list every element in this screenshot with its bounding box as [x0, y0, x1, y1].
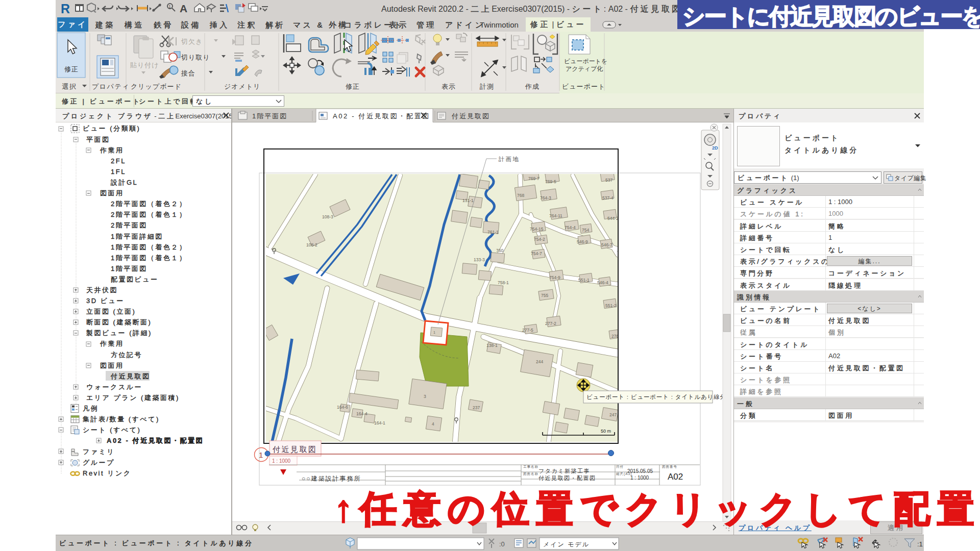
svg-text:2D: 2D: [712, 145, 718, 151]
svg-text:貼り付け: 貼り付け: [130, 61, 159, 69]
svg-text:A: A: [180, 3, 187, 14]
svg-text:A02: A02: [668, 472, 683, 482]
svg-text:2FL: 2FL: [111, 157, 126, 165]
svg-text:天井伏図: 天井伏図: [86, 286, 118, 294]
svg-text:244: 244: [536, 359, 543, 364]
svg-text:1階平面図（着色１）: 1階平面図（着色１）: [111, 254, 187, 262]
svg-text:切欠き: 切欠き: [181, 38, 203, 45]
svg-text:修正: 修正: [64, 65, 79, 73]
svg-text:A02 - 付近見取図・配置図: A02 - 付近見取図・配置図: [107, 437, 204, 444]
svg-text:付近見取図: 付近見取図: [110, 372, 151, 380]
svg-text:計画地: 計画地: [498, 156, 520, 162]
svg-text:3D ビュー: 3D ビュー: [86, 297, 125, 305]
svg-text:日付: 日付: [616, 465, 624, 469]
svg-text:ウォークスルー: ウォークスルー: [86, 383, 142, 391]
svg-text:546-7: 546-7: [601, 242, 612, 247]
svg-text:546-9: 546-9: [577, 239, 588, 244]
svg-text:A02 - 付近見取図・配置図: A02 - 付近見取図・配置図: [333, 112, 430, 120]
svg-text:付近見取図・配置図: 付近見取図・配置図: [538, 475, 596, 481]
svg-text:2階平面図: 2階平面図: [111, 221, 148, 229]
svg-text:754-4: 754-4: [565, 225, 576, 230]
svg-text::1: :1: [917, 540, 923, 548]
svg-text:アクティブ化: アクティブ化: [566, 65, 603, 72]
svg-text:クリップボード: クリップボード: [131, 83, 182, 90]
svg-text:ジオメトリ: ジオメトリ: [224, 83, 261, 90]
svg-text:108-3: 108-3: [322, 214, 333, 219]
svg-text:764-11: 764-11: [549, 213, 562, 218]
svg-text:131-1: 131-1: [462, 198, 474, 203]
svg-text:754-15: 754-15: [530, 227, 544, 232]
svg-text:シート (すべて): シート (すべて): [83, 426, 141, 434]
svg-text:作業用: 作業用: [100, 146, 124, 154]
svg-text:277-2: 277-2: [545, 321, 556, 326]
svg-text:付近見取図: 付近見取図: [451, 112, 490, 120]
svg-text:1: 1: [168, 4, 171, 9]
svg-text:769-5: 769-5: [545, 179, 556, 184]
svg-text:1: 1: [259, 450, 263, 459]
svg-text:761-1: 761-1: [487, 230, 499, 235]
svg-text:1階平面詳細図: 1階平面詳細図: [111, 233, 163, 240]
svg-text:立面図 (立面): 立面図 (立面): [86, 308, 136, 315]
svg-text:537-4: 537-4: [602, 195, 614, 201]
svg-text:R: R: [61, 2, 70, 16]
svg-text:1階平面図: 1階平面図: [111, 265, 148, 272]
svg-text:Revit リンク: Revit リンク: [83, 469, 132, 477]
svg-text:計測: 計測: [479, 83, 494, 90]
svg-text:758-1: 758-1: [498, 280, 509, 285]
svg-text:768: 768: [517, 193, 524, 198]
svg-text:769-7: 769-7: [528, 176, 540, 181]
svg-text:754-2: 754-2: [534, 237, 545, 242]
svg-text:133-3: 133-3: [474, 257, 485, 262]
svg-text:製図ビュー (詳細): 製図ビュー (詳細): [86, 329, 152, 337]
svg-text:138-1: 138-1: [486, 343, 498, 348]
svg-text:108-2: 108-2: [306, 242, 317, 247]
svg-text:546-4: 546-4: [597, 280, 608, 285]
svg-text:760: 760: [496, 248, 503, 253]
svg-text::0: :0: [499, 540, 505, 548]
svg-text:作成: 作成: [525, 83, 540, 90]
svg-text:1 : 1000: 1 : 1000: [272, 458, 291, 464]
svg-text:1階平面図（着色２）: 1階平面図（着色２）: [111, 243, 187, 251]
svg-text:図面名称: 図面名称: [523, 472, 538, 476]
svg-text:754-7: 754-7: [531, 251, 542, 256]
svg-text:付近見取図: 付近見取図: [272, 445, 317, 454]
svg-text:集計表/数量 (すべて): 集計表/数量 (すべて): [83, 415, 160, 423]
svg-text:1 : 1000: 1 : 1000: [630, 475, 649, 481]
svg-text:フタカミ新築工事: フタカミ新築工事: [538, 468, 590, 474]
svg-text:ビューポートを: ビューポートを: [564, 58, 607, 65]
svg-text:工事名称: 工事名称: [523, 465, 538, 469]
svg-text:247: 247: [609, 412, 617, 417]
svg-text:164-1: 164-1: [374, 420, 385, 425]
svg-text:エリア プラン (建築面積): エリア プラン (建築面積): [86, 394, 180, 402]
svg-text:3: 3: [424, 394, 426, 399]
svg-text:164-6: 164-6: [337, 405, 348, 410]
svg-text:断面図 (建築断面): 断面図 (建築断面): [86, 318, 152, 326]
svg-text:プロパティ: プロパティ: [92, 83, 130, 90]
svg-text:ビューポート: ビューポート: [562, 83, 605, 90]
svg-text:754-9: 754-9: [549, 275, 560, 280]
svg-text:図面用: 図面用: [100, 189, 124, 197]
svg-text:ビュー (分類順): ビュー (分類順): [83, 124, 140, 132]
svg-text:メイン モデル: メイン モデル: [543, 541, 590, 548]
svg-text:164-4: 164-4: [356, 411, 368, 416]
svg-text:平面図: 平面図: [86, 136, 110, 143]
svg-text:作業用: 作業用: [100, 340, 124, 347]
svg-text:1FL: 1FL: [111, 168, 126, 176]
svg-text:図面番号: 図面番号: [662, 465, 677, 469]
svg-text:237: 237: [473, 405, 480, 410]
svg-text:1階平面図: 1階平面図: [252, 112, 287, 120]
svg-text:縮尺(A3): 縮尺(A3): [616, 472, 632, 476]
svg-text:ファミリ: ファミリ: [83, 448, 115, 456]
svg-text:755: 755: [541, 293, 548, 298]
svg-text:537: 537: [605, 178, 612, 183]
svg-text:選択: 選択: [62, 83, 77, 90]
svg-text:4: 4: [432, 421, 434, 427]
svg-text:切り取り: 切り取り: [181, 54, 210, 61]
svg-text:277-5: 277-5: [522, 328, 533, 333]
svg-text:1: 1: [433, 331, 435, 334]
svg-text:図面用: 図面用: [100, 362, 124, 369]
svg-text:表示: 表示: [442, 83, 456, 90]
svg-text:修正: 修正: [346, 83, 360, 90]
svg-text:グループ: グループ: [83, 459, 115, 466]
svg-text:ビューポート : ビューポート : タイトルあり線分: ビューポート : ビューポート : タイトルあり線分: [586, 394, 726, 400]
